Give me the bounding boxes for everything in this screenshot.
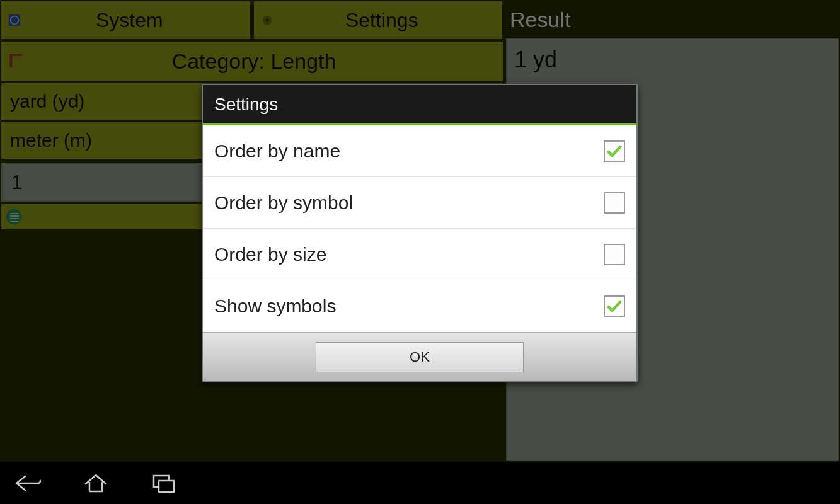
option-label: Order by size [214, 244, 604, 265]
dialog-body: Order by name Order by symbol Order by s… [203, 125, 636, 332]
ok-button[interactable]: OK [316, 342, 524, 372]
checkbox-order-by-symbol[interactable] [604, 192, 625, 214]
nav-recent-button[interactable] [147, 470, 180, 496]
checkbox-order-by-size[interactable] [604, 244, 625, 265]
nav-home-button[interactable] [79, 470, 112, 496]
android-nav-bar [0, 462, 840, 504]
option-order-by-name[interactable]: Order by name [203, 125, 636, 177]
option-label: Show symbols [214, 295, 604, 317]
checkbox-order-by-name[interactable] [604, 140, 625, 162]
option-order-by-symbol[interactable]: Order by symbol [203, 177, 636, 229]
svg-rect-6 [159, 481, 174, 492]
ok-button-label: OK [410, 349, 430, 365]
settings-dialog: Settings Order by name Order by symbol O… [202, 84, 638, 382]
option-label: Order by symbol [214, 192, 604, 214]
option-order-by-size[interactable]: Order by size [203, 229, 636, 280]
dialog-title-text: Settings [214, 94, 278, 115]
nav-back-button[interactable] [11, 470, 44, 496]
dialog-title: Settings [203, 85, 636, 125]
option-show-symbols[interactable]: Show symbols [203, 280, 636, 332]
checkbox-show-symbols[interactable] [604, 295, 625, 317]
option-label: Order by name [214, 140, 604, 162]
dialog-footer: OK [203, 332, 636, 381]
